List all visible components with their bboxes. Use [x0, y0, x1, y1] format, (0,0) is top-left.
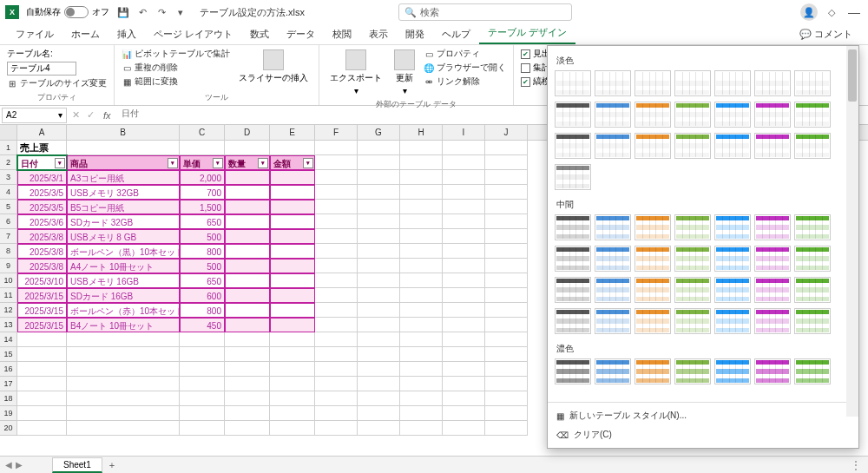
- table-style-thumbnail[interactable]: [595, 133, 631, 159]
- table-style-thumbnail[interactable]: [555, 133, 591, 159]
- table-style-thumbnail[interactable]: [635, 358, 671, 384]
- cell[interactable]: [400, 170, 443, 185]
- cell[interactable]: [400, 362, 443, 377]
- convert-range-button[interactable]: ▦範囲に変換: [122, 76, 230, 88]
- cell[interactable]: USBメモリ 32GB: [67, 185, 180, 200]
- filter-dropdown-icon[interactable]: ▾: [258, 158, 268, 168]
- sheet-tab[interactable]: Sheet1: [52, 457, 102, 473]
- resize-table-button[interactable]: ⊞ テーブルのサイズ変更: [7, 77, 107, 89]
- cell[interactable]: 600: [180, 288, 225, 303]
- cell[interactable]: [270, 332, 315, 347]
- cell[interactable]: [400, 229, 443, 244]
- cell[interactable]: [400, 421, 443, 436]
- cell[interactable]: [17, 391, 67, 406]
- cell[interactable]: [225, 318, 270, 332]
- cell[interactable]: [443, 377, 485, 391]
- table-style-thumbnail[interactable]: [794, 246, 831, 272]
- cell[interactable]: [485, 259, 528, 273]
- row-header[interactable]: 10: [0, 273, 17, 288]
- cell[interactable]: [225, 377, 270, 391]
- table-style-thumbnail[interactable]: [595, 358, 631, 384]
- cell[interactable]: [67, 332, 180, 347]
- cell[interactable]: [400, 377, 443, 391]
- cell[interactable]: [270, 200, 315, 214]
- table-style-thumbnail[interactable]: [754, 70, 791, 96]
- cell[interactable]: [358, 244, 400, 259]
- cell[interactable]: [270, 185, 315, 200]
- cell[interactable]: [358, 421, 400, 436]
- cell[interactable]: [400, 406, 443, 421]
- table-style-thumbnail[interactable]: [555, 70, 591, 96]
- table-style-thumbnail[interactable]: [595, 102, 631, 128]
- cell[interactable]: [443, 362, 485, 377]
- cell[interactable]: [315, 141, 358, 155]
- cell[interactable]: [400, 288, 443, 303]
- column-header[interactable]: B: [67, 125, 180, 140]
- cell[interactable]: [17, 362, 67, 377]
- cell[interactable]: [443, 214, 485, 229]
- cell[interactable]: [400, 273, 443, 288]
- next-sheet-icon[interactable]: ▶: [16, 460, 23, 470]
- table-style-thumbnail[interactable]: [595, 277, 631, 303]
- table-style-thumbnail[interactable]: [674, 214, 711, 240]
- cell[interactable]: [270, 421, 315, 436]
- cell[interactable]: [443, 170, 485, 185]
- cell[interactable]: [315, 170, 358, 185]
- cell[interactable]: [67, 362, 180, 377]
- cell[interactable]: [485, 347, 528, 362]
- cell[interactable]: [443, 273, 485, 288]
- chevron-down-icon[interactable]: ▾: [58, 110, 62, 120]
- table-style-thumbnail[interactable]: [714, 277, 751, 303]
- cell[interactable]: [358, 362, 400, 377]
- column-header[interactable]: D: [225, 125, 270, 140]
- row-header[interactable]: 3: [0, 170, 17, 185]
- table-style-thumbnail[interactable]: [754, 246, 791, 272]
- cell[interactable]: [443, 200, 485, 214]
- table-style-thumbnail[interactable]: [714, 133, 751, 159]
- row-header[interactable]: 17: [0, 377, 17, 391]
- cell[interactable]: [315, 229, 358, 244]
- row-header[interactable]: 13: [0, 318, 17, 332]
- save-icon[interactable]: 💾: [116, 5, 130, 19]
- table-style-thumbnail[interactable]: [555, 358, 591, 384]
- cell[interactable]: [485, 377, 528, 391]
- cell[interactable]: [443, 391, 485, 406]
- cell[interactable]: [225, 141, 270, 155]
- fx-icon[interactable]: fx: [98, 110, 116, 121]
- cell[interactable]: [358, 214, 400, 229]
- cell[interactable]: [270, 318, 315, 332]
- comments-button[interactable]: 💬コメント: [791, 24, 861, 44]
- cell[interactable]: [358, 229, 400, 244]
- ribbon-tab[interactable]: 数式: [241, 24, 278, 44]
- cell[interactable]: USBメモリ 8 GB: [67, 229, 180, 244]
- cell[interactable]: [315, 406, 358, 421]
- table-style-thumbnail[interactable]: [595, 246, 631, 272]
- cell[interactable]: [358, 391, 400, 406]
- cell[interactable]: [270, 288, 315, 303]
- cell[interactable]: 商品▾: [67, 155, 180, 170]
- cell[interactable]: 2025/3/1: [17, 170, 67, 185]
- row-header[interactable]: 19: [0, 406, 17, 421]
- cell[interactable]: [270, 406, 315, 421]
- styles-scroll-area[interactable]: 淡色中間濃色: [548, 46, 858, 402]
- cell[interactable]: [315, 318, 358, 332]
- table-style-thumbnail[interactable]: [674, 277, 711, 303]
- ribbon-tab[interactable]: ヘルプ: [433, 24, 479, 44]
- filter-dropdown-icon[interactable]: ▾: [213, 158, 223, 168]
- column-header[interactable]: C: [180, 125, 225, 140]
- cells-grid[interactable]: 売上票日付▾商品▾単価▾数量▾金額▾2025/3/1A3コピー用紙2,00020…: [17, 141, 528, 436]
- cell[interactable]: [67, 391, 180, 406]
- toggle-off-icon[interactable]: [64, 6, 89, 18]
- cell[interactable]: 2025/3/15: [17, 288, 67, 303]
- cell[interactable]: A3コピー用紙: [67, 170, 180, 185]
- cell[interactable]: 2025/3/6: [17, 214, 67, 229]
- table-style-thumbnail[interactable]: [754, 358, 791, 384]
- row-header[interactable]: 8: [0, 244, 17, 259]
- undo-icon[interactable]: ↶: [135, 5, 149, 19]
- cell[interactable]: A4ノート 10冊セット: [67, 259, 180, 273]
- cell[interactable]: [358, 303, 400, 318]
- cell[interactable]: [315, 332, 358, 347]
- table-style-thumbnail[interactable]: [635, 246, 671, 272]
- export-button[interactable]: エクスポート▾: [326, 48, 385, 97]
- table-style-thumbnail[interactable]: [674, 70, 711, 96]
